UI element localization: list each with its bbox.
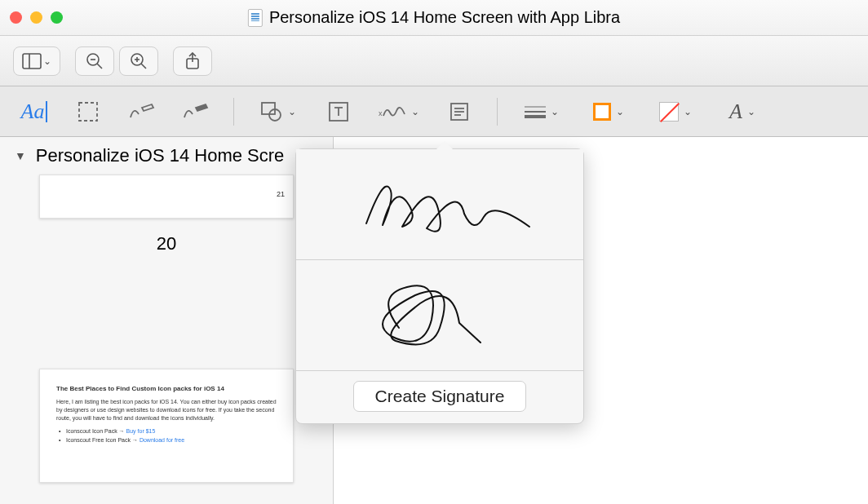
border-color-swatch [593, 103, 611, 121]
zoom-in-button[interactable] [119, 46, 158, 76]
svg-line-3 [97, 64, 102, 69]
chevron-down-icon: ⌄ [747, 106, 755, 117]
close-window-button[interactable] [10, 11, 22, 24]
window-title: Personalize iOS 14 Home Screen with App … [248, 8, 620, 27]
sidebar-view-button[interactable]: ⌄ [13, 46, 60, 76]
toolbar-divider [233, 98, 234, 126]
border-weight-tool[interactable]: ⌄ [519, 95, 565, 128]
page-number-label: 20 [0, 233, 333, 254]
chevron-down-icon: ⌄ [616, 106, 624, 117]
page-thumbnail[interactable]: 21 [39, 175, 294, 219]
svg-rect-12 [262, 103, 275, 114]
window-titlebar: Personalize iOS 14 Home Screen with App … [0, 0, 868, 36]
thumbnail-paragraph: Here, I am listing the best icon packs f… [56, 398, 277, 422]
fill-color-tool[interactable]: ⌄ [653, 95, 698, 128]
thumbnail-heading: The Best Places to Find Custom Icon pack… [56, 384, 277, 393]
window-title-text: Personalize iOS 14 Home Screen with App … [269, 8, 620, 27]
draw-tool[interactable] [179, 95, 212, 128]
shapes-tool[interactable]: ⌄ [255, 95, 301, 128]
svg-line-6 [141, 64, 146, 69]
chevron-down-icon: ⌄ [411, 106, 419, 117]
border-color-tool[interactable]: ⌄ [586, 95, 631, 128]
toolbar-divider [497, 98, 498, 126]
fill-color-swatch [659, 102, 679, 122]
thumbnail-list-item: Iconscout Free Icon Pack → Download for … [66, 436, 277, 444]
signature-popover: Create Signature [295, 148, 584, 424]
document-icon [248, 9, 263, 27]
chevron-down-icon: ⌄ [551, 106, 559, 117]
text-box-tool[interactable] [322, 95, 355, 128]
chevron-down-icon: ⌄ [684, 106, 692, 117]
note-tool[interactable] [443, 95, 476, 128]
share-button[interactable] [173, 46, 212, 76]
saved-signature-2[interactable] [296, 260, 583, 371]
document-name-label: Personalize iOS 14 Home Scre [36, 145, 284, 166]
svg-rect-0 [23, 54, 41, 69]
markup-toolbar: Aa ⌄ x ⌄ ⌄ ⌄ ⌄ A ⌄ [0, 86, 868, 137]
sidebar-header[interactable]: ▼ Personalize iOS 14 Home Scre [0, 137, 333, 175]
disclosure-triangle-icon: ▼ [15, 149, 26, 162]
sketch-tool[interactable] [126, 95, 158, 128]
thumbnail-page-number: 21 [277, 190, 285, 198]
page-thumbnail[interactable]: The Best Places to Find Custom Icon pack… [39, 369, 294, 483]
rectangular-selection-tool[interactable] [72, 95, 104, 128]
fullscreen-window-button[interactable] [51, 11, 63, 24]
thumbnails-sidebar: ▼ Personalize iOS 14 Home Scre 21 20 The… [0, 137, 333, 504]
create-signature-button[interactable]: Create Signature [353, 381, 527, 412]
zoom-out-button[interactable] [75, 46, 114, 76]
minimize-window-button[interactable] [30, 11, 42, 24]
traffic-lights [10, 11, 63, 24]
text-style-tool[interactable]: A ⌄ [720, 95, 765, 128]
chevron-down-icon: ⌄ [288, 106, 296, 117]
svg-rect-11 [79, 103, 97, 121]
main-toolbar: ⌄ [0, 36, 868, 86]
svg-text:x: x [379, 109, 383, 117]
text-select-tool[interactable]: Aa [18, 95, 51, 128]
thumbnail-list-item: Iconscout Icon Pack → Buy for $15 [66, 427, 277, 435]
saved-signature-1[interactable] [296, 149, 583, 260]
chevron-down-icon: ⌄ [43, 55, 51, 67]
popover-footer: Create Signature [296, 371, 583, 423]
signature-tool[interactable]: x ⌄ [376, 95, 422, 128]
